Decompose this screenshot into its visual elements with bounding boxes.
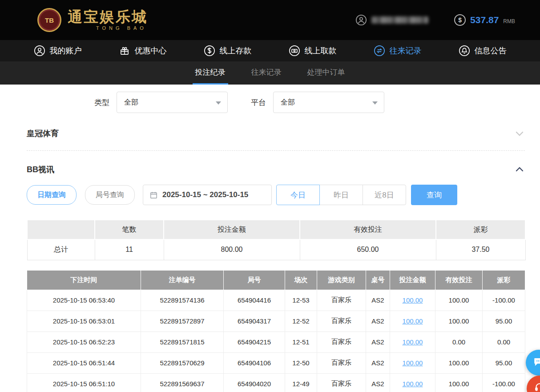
user-icon (34, 45, 45, 57)
deposit-icon (204, 45, 215, 57)
date-query-button[interactable]: 日期查询 (27, 185, 77, 205)
platform-select[interactable]: 全部 (273, 92, 384, 113)
cell-round: 654904106 (224, 352, 285, 373)
section-title: 皇冠体育 (27, 128, 59, 139)
cell-valid: 100.00 (435, 373, 483, 392)
table-row: 2025-10-15 06:51:10 522891569637 6549040… (27, 373, 525, 392)
type-select[interactable]: 全部 (117, 92, 228, 113)
avatar-icon (355, 14, 367, 26)
table-row: 2025-10-15 06:52:23 522891571815 6549042… (27, 331, 525, 352)
bet-amount-link[interactable]: 100.00 (403, 359, 423, 367)
summary-header: 笔数 (95, 220, 164, 239)
bet-amount-link[interactable]: 100.00 (403, 380, 423, 388)
nav-item-deposit[interactable]: 线上存款 (204, 45, 252, 57)
logo[interactable]: TB 通宝娱乐城 TONG BAO (37, 8, 148, 32)
cell-round: 654904020 (224, 373, 285, 392)
yesterday-button[interactable]: 昨日 (319, 185, 363, 205)
cell-order-id: 522891570629 (141, 352, 224, 373)
cell-order-id: 522891571815 (141, 331, 224, 352)
cell-game: 百家乐 (317, 290, 366, 311)
chevron-up-icon[interactable] (514, 164, 525, 175)
col-header: 有效投注 (435, 270, 483, 290)
platform-label: 平台 (251, 97, 266, 108)
col-header: 游戏类别 (317, 270, 366, 290)
transfer-records-icon (374, 45, 385, 57)
nav-label: 优惠中心 (135, 45, 167, 56)
summary-total-label: 总计 (27, 239, 95, 260)
cell-session: 12-50 (285, 352, 317, 373)
cell-order-id: 522891569637 (141, 373, 224, 392)
bet-amount-link[interactable]: 100.00 (403, 317, 423, 325)
cell-game: 百家乐 (317, 352, 366, 373)
bet-amount-link[interactable]: 100.00 (403, 296, 423, 304)
nav-item-announcements[interactable]: 信息公告 (459, 45, 507, 57)
logo-chip-icon: TB (37, 8, 61, 32)
summary-header: 派彩 (436, 220, 525, 239)
nav-item-my-account[interactable]: 我的账户 (34, 45, 82, 57)
search-button[interactable]: 查询 (411, 185, 457, 205)
date-range-value: 2025-10-15 ~ 2025-10-15 (162, 190, 248, 199)
cell-game: 百家乐 (317, 331, 366, 352)
section-bb-video: BB视讯 (27, 164, 525, 175)
cell-time: 2025-10-15 06:51:44 (27, 352, 141, 373)
tab-processing-orders[interactable]: 处理中订单 (305, 61, 348, 85)
nav-item-promotions[interactable]: 优惠中心 (119, 45, 167, 57)
cell-bet: 100.00 (390, 352, 435, 373)
tab-bet-records[interactable]: 投注纪录 (193, 61, 228, 85)
user-chip[interactable] (355, 14, 428, 26)
chevron-down-icon[interactable] (514, 128, 525, 139)
summary-count: 11 (95, 239, 164, 260)
header-right: $ 537.87 RMB (355, 14, 515, 26)
nav-item-withdraw[interactable]: 线上取款 (289, 45, 337, 57)
table-row: 2025-10-15 06:53:40 522891574136 6549044… (27, 290, 525, 311)
cell-session: 12-51 (285, 331, 317, 352)
bet-amount-link[interactable]: 100.00 (403, 338, 423, 346)
round-query-button[interactable]: 局号查询 (85, 185, 135, 205)
cell-session: 12-49 (285, 373, 317, 392)
table-header-row: 下注时间 注单编号 局号 场次 游戏类别 桌号 投注金额 有效投注 派彩 (27, 270, 525, 290)
cell-game: 百家乐 (317, 373, 366, 392)
cell-session: 12-53 (285, 290, 317, 311)
cell-session: 12-52 (285, 311, 317, 331)
withdraw-icon (289, 45, 300, 57)
type-label: 类型 (94, 97, 109, 108)
cell-table: AS2 (366, 311, 390, 331)
last-8-days-button[interactable]: 近8日 (363, 185, 406, 205)
logo-subtitle: TONG BAO (68, 25, 148, 31)
page: TB 通宝娱乐城 TONG BAO $ 537.87 RMB (0, 0, 540, 392)
cell-valid: 100.00 (435, 290, 483, 311)
cell-bet: 100.00 (390, 373, 435, 392)
cell-valid: 100.00 (435, 311, 483, 331)
nav-label: 我的账户 (50, 45, 82, 56)
cell-bet: 100.00 (390, 290, 435, 311)
summary-bet: 800.00 (164, 239, 300, 260)
logo-text: 通宝娱乐城 TONG BAO (68, 9, 148, 31)
cell-round: 654904416 (224, 290, 285, 311)
logo-title: 通宝娱乐城 (68, 9, 148, 24)
summary-header: 有效投注 (300, 220, 436, 239)
calendar-icon (149, 191, 158, 199)
col-header: 投注金额 (390, 270, 435, 290)
chevron-down-icon (372, 101, 378, 105)
summary-payout: 37.50 (436, 239, 525, 260)
cell-round: 654904317 (224, 311, 285, 331)
nav-label: 线上存款 (220, 45, 252, 56)
tab-transaction-records[interactable]: 往来记录 (249, 61, 284, 85)
nav-item-records[interactable]: 往来记录 (374, 45, 422, 57)
col-header: 场次 (285, 270, 317, 290)
today-button[interactable]: 今日 (276, 185, 320, 205)
logo-badge: TB (45, 16, 54, 24)
cell-payout: -100.00 (483, 290, 525, 311)
cell-table: AS2 (366, 373, 390, 392)
date-range-input[interactable]: 2025-10-15 ~ 2025-10-15 (143, 185, 272, 205)
cell-payout: 95.00 (483, 311, 525, 331)
summary-header (27, 220, 95, 239)
summary-header-row: 笔数 投注金额 有效投注 派彩 (27, 220, 525, 239)
col-header: 下注时间 (27, 270, 141, 290)
col-header: 注单编号 (141, 270, 224, 290)
balance[interactable]: $ 537.87 RMB (454, 14, 515, 26)
type-select-value: 全部 (124, 98, 138, 107)
query-controls: 日期查询 局号查询 2025-10-15 ~ 2025-10-15 今日 昨日 … (27, 185, 525, 205)
col-header: 派彩 (483, 270, 525, 290)
summary-total-row: 总计 11 800.00 650.00 37.50 (27, 239, 525, 260)
